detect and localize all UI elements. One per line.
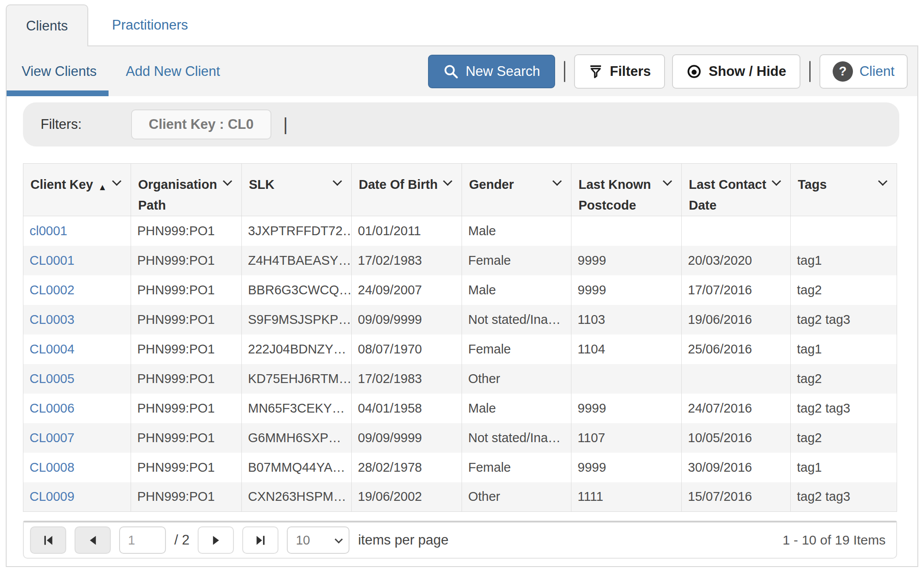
client-key-link[interactable]: CL0001: [30, 253, 75, 267]
cell-last-contact-date: 20/03/2020: [682, 246, 791, 275]
pager: / 2 10 items per page 1 - 10 of 19 Items: [23, 521, 897, 559]
column-label: Gender: [469, 177, 514, 192]
client-key-link[interactable]: CL0009: [30, 489, 75, 503]
next-page-icon: [210, 534, 222, 546]
cell-gender: Male: [462, 275, 571, 305]
cell-gender: Not stated/Ina…: [462, 305, 571, 334]
chevron-down-icon[interactable]: [443, 177, 452, 186]
client-key-link[interactable]: cl0001: [30, 224, 67, 238]
cell-slk: 3JXPTRFFDT72…: [242, 216, 352, 246]
cell-client-key: CL0004: [23, 334, 131, 364]
next-page-button[interactable]: [198, 526, 234, 554]
cell-last-known-postcode: [571, 216, 682, 246]
page-number-input[interactable]: [119, 526, 166, 554]
chevron-down-icon[interactable]: [552, 177, 562, 186]
client-key-link[interactable]: CL0003: [30, 312, 75, 327]
cell-client-key: CL0002: [23, 275, 131, 305]
client-key-link[interactable]: CL0004: [30, 342, 75, 356]
cell-last-contact-date: 24/07/2016: [682, 394, 791, 423]
last-page-icon: [255, 534, 267, 546]
cell-slk: KD75EHJ6RTM…: [242, 364, 352, 394]
cell-organisation-path: PHN999:PO1: [131, 423, 242, 453]
subnav-view-clients[interactable]: View Clients: [22, 64, 97, 79]
previous-page-button[interactable]: [75, 526, 111, 554]
client-key-link[interactable]: CL0008: [30, 460, 75, 474]
cell-organisation-path: PHN999:PO1: [131, 275, 242, 305]
toolbar-separator: [809, 61, 811, 82]
cell-gender: Male: [462, 216, 571, 246]
cell-gender: Other: [462, 364, 571, 394]
chevron-down-icon[interactable]: [878, 177, 887, 186]
column-header-organisation-path[interactable]: Organisation Path: [131, 164, 242, 216]
cell-organisation-path: PHN999:PO1: [131, 482, 242, 512]
search-icon: [443, 64, 459, 79]
client-key-link[interactable]: CL0007: [30, 431, 75, 445]
client-key-link[interactable]: CL0005: [30, 372, 75, 386]
cell-client-key: CL0001: [23, 246, 131, 275]
filter-chip-client-key[interactable]: Client Key : CL0: [131, 109, 271, 139]
first-page-button[interactable]: [30, 526, 66, 554]
chevron-down-icon[interactable]: [772, 177, 781, 186]
cell-date-of-birth: 24/09/2007: [352, 275, 462, 305]
column-header-tags[interactable]: Tags: [791, 164, 897, 216]
cell-tags: tag2 tag3: [791, 482, 897, 512]
eye-icon: [686, 64, 702, 79]
column-header-date-of-birth[interactable]: Date Of Birth: [352, 164, 462, 216]
subnav-add-new-client[interactable]: Add New Client: [126, 64, 220, 79]
cell-organisation-path: PHN999:PO1: [131, 216, 242, 246]
table-row: CL0007PHN999:PO1G6MMH6SXP…09/09/9999Not …: [23, 423, 897, 453]
chevron-down-icon[interactable]: [112, 177, 121, 186]
column-label: Last Known Postcode: [578, 177, 651, 212]
column-header-slk[interactable]: SLK: [242, 164, 352, 216]
cell-date-of-birth: 09/09/9999: [352, 305, 462, 334]
tab-clients[interactable]: Clients: [6, 4, 88, 46]
clients-panel: View Clients Add New Client New Search F…: [6, 45, 918, 567]
cell-slk: MN65F3CEKY…: [242, 394, 352, 423]
chevron-down-icon[interactable]: [333, 177, 342, 186]
cell-date-of-birth: 08/07/1970: [352, 334, 462, 364]
new-search-button[interactable]: New Search: [428, 55, 555, 88]
column-header-last-contact-date[interactable]: Last Contact Date: [682, 164, 791, 216]
cell-last-known-postcode: 9999: [571, 246, 682, 275]
column-header-client-key[interactable]: Client Key▲: [23, 164, 131, 216]
cell-date-of-birth: 17/02/1983: [352, 246, 462, 275]
cell-client-key: CL0009: [23, 482, 131, 512]
table-row: CL0001PHN999:PO1Z4H4TBAEASY…17/02/1983Fe…: [23, 246, 897, 275]
cell-organisation-path: PHN999:PO1: [131, 364, 242, 394]
cell-last-known-postcode: 1107: [571, 423, 682, 453]
column-header-last-known-postcode[interactable]: Last Known Postcode: [571, 164, 682, 216]
cell-organisation-path: PHN999:PO1: [131, 334, 242, 364]
cell-date-of-birth: 19/06/2002: [352, 482, 462, 512]
cell-client-key: cl0001: [23, 216, 131, 246]
cell-last-contact-date: [682, 364, 791, 394]
tab-clients-label: Clients: [26, 18, 68, 34]
column-label: Tags: [798, 177, 827, 192]
items-range-label: 1 - 10 of 19 Items: [783, 533, 896, 548]
cell-gender: Female: [462, 246, 571, 275]
client-key-link[interactable]: CL0002: [30, 283, 75, 297]
question-mark-icon: ?: [833, 61, 853, 82]
filters-button[interactable]: Filters: [574, 54, 665, 89]
cell-date-of-birth: 04/01/1958: [352, 394, 462, 423]
cell-slk: CXN263HSPM…: [242, 482, 352, 512]
cell-slk: 222J04BDNZY…: [242, 334, 352, 364]
tab-practitioners[interactable]: Practitioners: [91, 4, 209, 45]
chevron-down-icon[interactable]: [223, 177, 232, 186]
cell-client-key: CL0007: [23, 423, 131, 453]
client-help-button[interactable]: ? Client: [819, 54, 908, 89]
client-key-link[interactable]: CL0006: [30, 401, 75, 415]
show-hide-button[interactable]: Show / Hide: [672, 54, 800, 89]
cell-date-of-birth: 28/02/1978: [352, 453, 462, 482]
cell-last-contact-date: 17/07/2016: [682, 275, 791, 305]
table-row: cl0001PHN999:PO13JXPTRFFDT72…01/01/2011M…: [23, 216, 897, 246]
page-size-select[interactable]: 10: [287, 526, 349, 554]
cell-client-key: CL0003: [23, 305, 131, 334]
last-page-button[interactable]: [242, 526, 278, 554]
cell-client-key: CL0006: [23, 394, 131, 423]
cell-last-contact-date: 10/05/2016: [682, 423, 791, 453]
cell-date-of-birth: 17/02/1983: [352, 364, 462, 394]
page-total-label: / 2: [174, 532, 189, 548]
chevron-down-icon[interactable]: [663, 177, 672, 186]
column-header-gender[interactable]: Gender: [462, 164, 571, 216]
column-label: Last Contact Date: [689, 177, 766, 212]
